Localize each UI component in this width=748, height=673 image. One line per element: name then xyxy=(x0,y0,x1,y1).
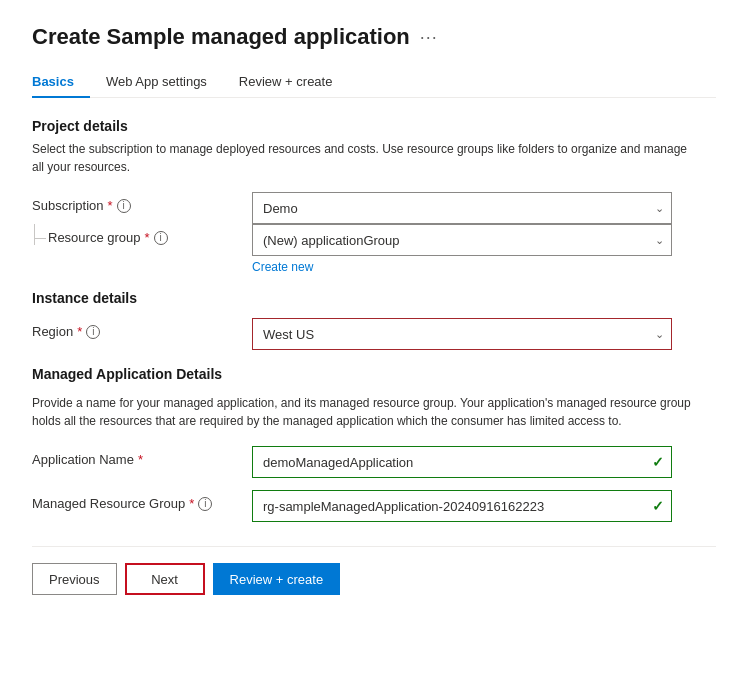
managed-resource-group-control: ✓ xyxy=(252,490,672,522)
project-details-desc: Select the subscription to manage deploy… xyxy=(32,140,692,176)
subscription-required: * xyxy=(108,198,113,213)
tab-review-create[interactable]: Review + create xyxy=(239,66,349,97)
page-title: Create Sample managed application xyxy=(32,24,410,50)
next-button[interactable]: Next xyxy=(125,563,205,595)
subscription-select[interactable]: Demo xyxy=(252,192,672,224)
application-name-row: Application Name * ✓ xyxy=(32,446,716,478)
ellipsis-icon[interactable]: ··· xyxy=(420,27,438,48)
managed-resource-group-required: * xyxy=(189,496,194,511)
managed-resource-group-info-icon[interactable]: i xyxy=(198,497,212,511)
region-required: * xyxy=(77,324,82,339)
project-details-title: Project details xyxy=(32,118,716,134)
managed-resource-group-valid-icon: ✓ xyxy=(652,498,664,514)
application-name-label: Application Name * xyxy=(32,446,252,467)
application-name-input-wrapper: ✓ xyxy=(252,446,672,478)
region-control: West US ⌄ xyxy=(252,318,672,350)
region-label: Region * i xyxy=(32,318,252,339)
subscription-row: Subscription * i Demo ⌄ xyxy=(32,192,716,224)
managed-resource-group-row: Managed Resource Group * i ✓ xyxy=(32,490,716,522)
review-create-button[interactable]: Review + create xyxy=(213,563,341,595)
managed-resource-group-input[interactable] xyxy=(252,490,672,522)
region-select-wrapper: West US ⌄ xyxy=(252,318,672,350)
managed-resource-group-input-wrapper: ✓ xyxy=(252,490,672,522)
resource-group-control: (New) applicationGroup ⌄ Create new xyxy=(252,224,672,274)
instance-details-title: Instance details xyxy=(32,290,716,306)
region-row: Region * i West US ⌄ xyxy=(32,318,716,350)
application-name-required: * xyxy=(138,452,143,467)
managed-app-desc: Provide a name for your managed applicat… xyxy=(32,394,692,430)
managed-resource-group-label: Managed Resource Group * i xyxy=(32,490,252,511)
subscription-control: Demo ⌄ xyxy=(252,192,672,224)
resource-group-select-wrapper: (New) applicationGroup ⌄ xyxy=(252,224,672,256)
application-name-control: ✓ xyxy=(252,446,672,478)
tab-basics[interactable]: Basics xyxy=(32,66,90,97)
resource-group-info-icon[interactable]: i xyxy=(154,231,168,245)
application-name-valid-icon: ✓ xyxy=(652,454,664,470)
subscription-label: Subscription * i xyxy=(32,192,252,213)
resource-group-required: * xyxy=(145,230,150,245)
application-name-input[interactable] xyxy=(252,446,672,478)
tab-bar: Basics Web App settings Review + create xyxy=(32,66,716,98)
region-info-icon[interactable]: i xyxy=(86,325,100,339)
region-select[interactable]: West US xyxy=(252,318,672,350)
subscription-info-icon[interactable]: i xyxy=(117,199,131,213)
footer: Previous Next Review + create xyxy=(32,546,716,595)
tab-webapp[interactable]: Web App settings xyxy=(106,66,223,97)
managed-app-title: Managed Application Details xyxy=(32,366,716,382)
create-new-link[interactable]: Create new xyxy=(252,260,313,274)
previous-button[interactable]: Previous xyxy=(32,563,117,595)
page-header: Create Sample managed application ··· xyxy=(32,24,716,50)
subscription-select-wrapper: Demo ⌄ xyxy=(252,192,672,224)
resource-group-select[interactable]: (New) applicationGroup xyxy=(252,224,672,256)
resource-group-label: Resource group * i xyxy=(48,230,252,245)
